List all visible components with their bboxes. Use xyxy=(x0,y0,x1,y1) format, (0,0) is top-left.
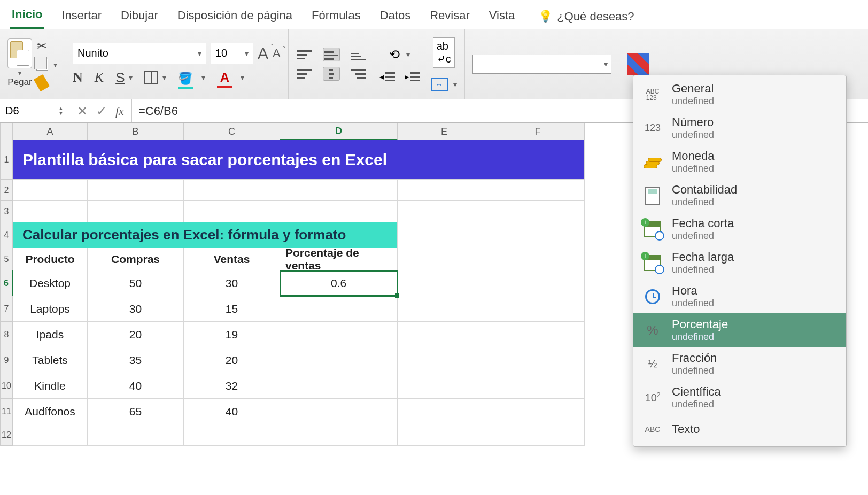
orientation-button[interactable]: ⟲ xyxy=(389,47,400,62)
format-painter-button[interactable] xyxy=(36,76,57,90)
increase-font-button[interactable]: A˄ xyxy=(258,44,268,63)
cell-E8[interactable] xyxy=(398,322,491,347)
row-header-6[interactable]: 6 xyxy=(0,270,13,296)
accept-formula-button[interactable]: ✓ xyxy=(96,104,107,119)
cut-button[interactable]: ✂ xyxy=(36,38,57,53)
cell-E11[interactable] xyxy=(398,399,491,424)
align-center-button[interactable] xyxy=(323,67,340,81)
cell-A8[interactable]: Ipads xyxy=(13,322,88,347)
italic-button[interactable]: K xyxy=(95,69,104,86)
align-top-button[interactable] xyxy=(296,48,313,61)
row-header-1[interactable]: 1 xyxy=(0,140,13,180)
ribbon-tab-datos[interactable]: Datos xyxy=(378,5,413,28)
cell-B9[interactable]: 35 xyxy=(88,347,184,373)
cell-C2[interactable] xyxy=(184,180,280,201)
cell-D8[interactable] xyxy=(280,322,398,347)
row-header-3[interactable]: 3 xyxy=(0,201,13,222)
cell-F10[interactable] xyxy=(491,373,585,399)
cell-B6[interactable]: 50 xyxy=(88,270,184,296)
cell-C9[interactable]: 20 xyxy=(184,347,280,373)
align-bottom-button[interactable] xyxy=(350,48,367,61)
cell-F3[interactable] xyxy=(491,201,585,222)
cell-B10[interactable]: 40 xyxy=(88,373,184,399)
cell-E3[interactable] xyxy=(398,201,491,222)
subtitle-cell[interactable]: Calcular porcentajes en Excel: fórmula y… xyxy=(13,222,398,248)
row-header-7[interactable]: 7 xyxy=(0,296,13,322)
cell-F6[interactable] xyxy=(491,270,585,296)
table-header-1[interactable]: Compras xyxy=(88,248,184,270)
row-header-9[interactable]: 9 xyxy=(0,347,13,373)
column-header-D[interactable]: D xyxy=(280,123,398,140)
cell-C7[interactable]: 15 xyxy=(184,296,280,322)
table-header-2[interactable]: Ventas xyxy=(184,248,280,270)
numfmt-option-científica[interactable]: 102Científicaundefined xyxy=(633,381,846,414)
cell-E7[interactable] xyxy=(398,296,491,322)
cell-F7[interactable] xyxy=(491,296,585,322)
cell-E12[interactable] xyxy=(398,424,491,446)
cell-B7[interactable]: 30 xyxy=(88,296,184,322)
cell-B2[interactable] xyxy=(88,180,184,201)
cell-D6[interactable]: 0.6 xyxy=(280,270,398,296)
column-header-C[interactable]: C xyxy=(184,123,280,140)
cell-D10[interactable] xyxy=(280,373,398,399)
numfmt-option-hora[interactable]: Horaundefined xyxy=(633,280,846,313)
cell-B3[interactable] xyxy=(88,201,184,222)
copy-button[interactable]: ▾ xyxy=(36,59,57,71)
cell-F2[interactable] xyxy=(491,180,585,201)
cell-B11[interactable]: 65 xyxy=(88,399,184,424)
ribbon-tab-revisar[interactable]: Revisar xyxy=(428,5,472,28)
ribbon-tab-dibujar[interactable]: Dibujar xyxy=(119,5,160,28)
ribbon-tab-disposición-de-página[interactable]: Disposición de página xyxy=(175,5,294,28)
cell-E4[interactable] xyxy=(398,222,491,248)
cell-F9[interactable] xyxy=(491,347,585,373)
ribbon-tab-vista[interactable]: Vista xyxy=(487,5,517,28)
decrease-font-button[interactable]: A˅ xyxy=(273,47,281,60)
cell-D2[interactable] xyxy=(280,180,398,201)
bold-button[interactable]: N xyxy=(73,69,83,86)
column-header-A[interactable]: A xyxy=(13,123,88,140)
fx-icon[interactable]: fx xyxy=(115,104,124,118)
borders-button[interactable] xyxy=(144,71,158,84)
merge-cells-button[interactable]: ↔ xyxy=(431,78,448,91)
cell-D3[interactable] xyxy=(280,201,398,222)
cell-F12[interactable] xyxy=(491,424,585,446)
row-header-10[interactable]: 10 xyxy=(0,373,13,399)
cell-C6[interactable]: 30 xyxy=(184,270,280,296)
numfmt-option-fracción[interactable]: ½Fracciónundefined xyxy=(633,347,846,381)
wrap-text-button[interactable]: ab⤶c xyxy=(433,37,455,68)
cell-E10[interactable] xyxy=(398,373,491,399)
row-header-11[interactable]: 11 xyxy=(0,399,13,424)
cell-D7[interactable] xyxy=(280,296,398,322)
fill-color-button[interactable]: 🪣 xyxy=(178,69,193,86)
numfmt-option-porcentaje[interactable]: %Porcentajeundefined xyxy=(633,313,846,347)
font-color-button[interactable]: A xyxy=(217,70,232,85)
cell-C10[interactable]: 32 xyxy=(184,373,280,399)
number-format-select[interactable]: ▾ xyxy=(472,55,611,74)
numfmt-option-general[interactable]: ABC123Generalundefined xyxy=(633,78,846,111)
cell-A2[interactable] xyxy=(13,180,88,201)
cell-C11[interactable]: 40 xyxy=(184,399,280,424)
ribbon-tab-insertar[interactable]: Insertar xyxy=(59,5,104,28)
table-header-0[interactable]: Producto xyxy=(13,248,88,270)
title-cell[interactable]: Plantilla básica para sacar porcentajes … xyxy=(13,140,585,180)
align-right-button[interactable] xyxy=(350,67,367,81)
cell-A11[interactable]: Audífonos xyxy=(13,399,88,424)
cell-A6[interactable]: Desktop xyxy=(13,270,88,296)
cell-E9[interactable] xyxy=(398,347,491,373)
align-left-button[interactable] xyxy=(296,67,313,81)
row-header-4[interactable]: 4 xyxy=(0,222,13,248)
numfmt-option-fecha-larga[interactable]: +Fecha largaundefined xyxy=(633,246,846,280)
row-header-12[interactable]: 12 xyxy=(0,424,13,446)
cell-F8[interactable] xyxy=(491,322,585,347)
align-middle-button[interactable] xyxy=(323,48,340,61)
cell-A9[interactable]: Tablets xyxy=(13,347,88,373)
numfmt-option-contabilidad[interactable]: Contabilidadundefined xyxy=(633,179,846,212)
decrease-indent-button[interactable]: ◂ xyxy=(379,72,395,82)
row-header-2[interactable]: 2 xyxy=(0,180,13,201)
cell-C8[interactable]: 19 xyxy=(184,322,280,347)
cell-A10[interactable]: Kindle xyxy=(13,373,88,399)
name-box[interactable]: D6 ▲▼ xyxy=(0,99,69,122)
column-header-F[interactable]: F xyxy=(491,123,585,140)
ribbon-tab-inicio[interactable]: Inicio xyxy=(10,4,44,29)
cell-F11[interactable] xyxy=(491,399,585,424)
